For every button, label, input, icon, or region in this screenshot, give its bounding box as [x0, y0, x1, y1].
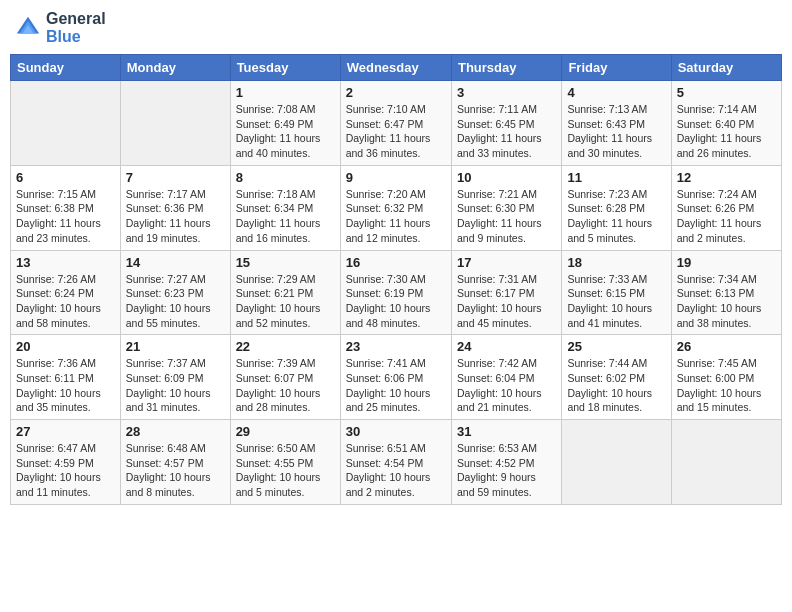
day-number: 12 [677, 170, 776, 185]
week-row-4: 20Sunrise: 7:36 AM Sunset: 6:11 PM Dayli… [11, 335, 782, 420]
calendar-cell [11, 81, 121, 166]
day-number: 19 [677, 255, 776, 270]
calendar-cell: 24Sunrise: 7:42 AM Sunset: 6:04 PM Dayli… [451, 335, 561, 420]
logo-icon [14, 14, 42, 42]
day-number: 25 [567, 339, 665, 354]
day-number: 20 [16, 339, 115, 354]
day-info: Sunrise: 6:47 AM Sunset: 4:59 PM Dayligh… [16, 441, 115, 500]
day-number: 27 [16, 424, 115, 439]
day-number: 7 [126, 170, 225, 185]
calendar-cell [120, 81, 230, 166]
page-header: General Blue [10, 10, 782, 46]
calendar-cell: 10Sunrise: 7:21 AM Sunset: 6:30 PM Dayli… [451, 165, 561, 250]
day-info: Sunrise: 7:44 AM Sunset: 6:02 PM Dayligh… [567, 356, 665, 415]
day-number: 10 [457, 170, 556, 185]
calendar-cell: 27Sunrise: 6:47 AM Sunset: 4:59 PM Dayli… [11, 420, 121, 505]
day-info: Sunrise: 7:37 AM Sunset: 6:09 PM Dayligh… [126, 356, 225, 415]
day-number: 24 [457, 339, 556, 354]
day-number: 2 [346, 85, 446, 100]
calendar-cell: 4Sunrise: 7:13 AM Sunset: 6:43 PM Daylig… [562, 81, 671, 166]
weekday-header-tuesday: Tuesday [230, 55, 340, 81]
calendar-cell: 8Sunrise: 7:18 AM Sunset: 6:34 PM Daylig… [230, 165, 340, 250]
calendar-cell: 3Sunrise: 7:11 AM Sunset: 6:45 PM Daylig… [451, 81, 561, 166]
weekday-header-row: SundayMondayTuesdayWednesdayThursdayFrid… [11, 55, 782, 81]
day-number: 29 [236, 424, 335, 439]
calendar-cell: 2Sunrise: 7:10 AM Sunset: 6:47 PM Daylig… [340, 81, 451, 166]
day-number: 3 [457, 85, 556, 100]
day-info: Sunrise: 7:36 AM Sunset: 6:11 PM Dayligh… [16, 356, 115, 415]
day-number: 26 [677, 339, 776, 354]
calendar-cell [562, 420, 671, 505]
calendar-cell: 26Sunrise: 7:45 AM Sunset: 6:00 PM Dayli… [671, 335, 781, 420]
week-row-5: 27Sunrise: 6:47 AM Sunset: 4:59 PM Dayli… [11, 420, 782, 505]
calendar-cell: 13Sunrise: 7:26 AM Sunset: 6:24 PM Dayli… [11, 250, 121, 335]
day-info: Sunrise: 6:48 AM Sunset: 4:57 PM Dayligh… [126, 441, 225, 500]
weekday-header-wednesday: Wednesday [340, 55, 451, 81]
calendar-cell: 20Sunrise: 7:36 AM Sunset: 6:11 PM Dayli… [11, 335, 121, 420]
calendar-cell: 29Sunrise: 6:50 AM Sunset: 4:55 PM Dayli… [230, 420, 340, 505]
day-info: Sunrise: 7:39 AM Sunset: 6:07 PM Dayligh… [236, 356, 335, 415]
day-number: 23 [346, 339, 446, 354]
calendar-cell: 17Sunrise: 7:31 AM Sunset: 6:17 PM Dayli… [451, 250, 561, 335]
week-row-2: 6Sunrise: 7:15 AM Sunset: 6:38 PM Daylig… [11, 165, 782, 250]
day-info: Sunrise: 7:10 AM Sunset: 6:47 PM Dayligh… [346, 102, 446, 161]
day-info: Sunrise: 7:42 AM Sunset: 6:04 PM Dayligh… [457, 356, 556, 415]
day-number: 4 [567, 85, 665, 100]
calendar-cell: 30Sunrise: 6:51 AM Sunset: 4:54 PM Dayli… [340, 420, 451, 505]
day-info: Sunrise: 6:51 AM Sunset: 4:54 PM Dayligh… [346, 441, 446, 500]
day-number: 5 [677, 85, 776, 100]
day-number: 8 [236, 170, 335, 185]
calendar-cell: 16Sunrise: 7:30 AM Sunset: 6:19 PM Dayli… [340, 250, 451, 335]
day-info: Sunrise: 7:29 AM Sunset: 6:21 PM Dayligh… [236, 272, 335, 331]
week-row-3: 13Sunrise: 7:26 AM Sunset: 6:24 PM Dayli… [11, 250, 782, 335]
day-info: Sunrise: 7:31 AM Sunset: 6:17 PM Dayligh… [457, 272, 556, 331]
calendar-cell: 1Sunrise: 7:08 AM Sunset: 6:49 PM Daylig… [230, 81, 340, 166]
day-info: Sunrise: 7:34 AM Sunset: 6:13 PM Dayligh… [677, 272, 776, 331]
day-info: Sunrise: 7:24 AM Sunset: 6:26 PM Dayligh… [677, 187, 776, 246]
calendar-cell: 5Sunrise: 7:14 AM Sunset: 6:40 PM Daylig… [671, 81, 781, 166]
day-number: 17 [457, 255, 556, 270]
day-number: 6 [16, 170, 115, 185]
day-info: Sunrise: 7:14 AM Sunset: 6:40 PM Dayligh… [677, 102, 776, 161]
day-info: Sunrise: 7:27 AM Sunset: 6:23 PM Dayligh… [126, 272, 225, 331]
calendar-cell: 25Sunrise: 7:44 AM Sunset: 6:02 PM Dayli… [562, 335, 671, 420]
day-number: 18 [567, 255, 665, 270]
weekday-header-monday: Monday [120, 55, 230, 81]
calendar-cell: 18Sunrise: 7:33 AM Sunset: 6:15 PM Dayli… [562, 250, 671, 335]
day-number: 14 [126, 255, 225, 270]
day-number: 21 [126, 339, 225, 354]
weekday-header-thursday: Thursday [451, 55, 561, 81]
calendar-cell: 9Sunrise: 7:20 AM Sunset: 6:32 PM Daylig… [340, 165, 451, 250]
calendar-cell: 19Sunrise: 7:34 AM Sunset: 6:13 PM Dayli… [671, 250, 781, 335]
calendar-cell: 23Sunrise: 7:41 AM Sunset: 6:06 PM Dayli… [340, 335, 451, 420]
day-info: Sunrise: 6:50 AM Sunset: 4:55 PM Dayligh… [236, 441, 335, 500]
day-info: Sunrise: 7:21 AM Sunset: 6:30 PM Dayligh… [457, 187, 556, 246]
day-number: 9 [346, 170, 446, 185]
calendar-cell: 6Sunrise: 7:15 AM Sunset: 6:38 PM Daylig… [11, 165, 121, 250]
calendar-cell: 15Sunrise: 7:29 AM Sunset: 6:21 PM Dayli… [230, 250, 340, 335]
week-row-1: 1Sunrise: 7:08 AM Sunset: 6:49 PM Daylig… [11, 81, 782, 166]
day-info: Sunrise: 7:23 AM Sunset: 6:28 PM Dayligh… [567, 187, 665, 246]
day-info: Sunrise: 7:08 AM Sunset: 6:49 PM Dayligh… [236, 102, 335, 161]
weekday-header-saturday: Saturday [671, 55, 781, 81]
day-info: Sunrise: 7:11 AM Sunset: 6:45 PM Dayligh… [457, 102, 556, 161]
calendar-cell: 22Sunrise: 7:39 AM Sunset: 6:07 PM Dayli… [230, 335, 340, 420]
day-number: 31 [457, 424, 556, 439]
logo: General Blue [14, 10, 106, 46]
calendar-cell [671, 420, 781, 505]
day-info: Sunrise: 7:33 AM Sunset: 6:15 PM Dayligh… [567, 272, 665, 331]
calendar-cell: 28Sunrise: 6:48 AM Sunset: 4:57 PM Dayli… [120, 420, 230, 505]
day-number: 22 [236, 339, 335, 354]
day-number: 11 [567, 170, 665, 185]
calendar-cell: 14Sunrise: 7:27 AM Sunset: 6:23 PM Dayli… [120, 250, 230, 335]
day-info: Sunrise: 7:26 AM Sunset: 6:24 PM Dayligh… [16, 272, 115, 331]
day-info: Sunrise: 7:41 AM Sunset: 6:06 PM Dayligh… [346, 356, 446, 415]
day-number: 1 [236, 85, 335, 100]
day-number: 16 [346, 255, 446, 270]
weekday-header-friday: Friday [562, 55, 671, 81]
calendar-cell: 12Sunrise: 7:24 AM Sunset: 6:26 PM Dayli… [671, 165, 781, 250]
logo-text: General Blue [46, 10, 106, 46]
calendar-cell: 11Sunrise: 7:23 AM Sunset: 6:28 PM Dayli… [562, 165, 671, 250]
calendar-table: SundayMondayTuesdayWednesdayThursdayFrid… [10, 54, 782, 505]
day-number: 13 [16, 255, 115, 270]
